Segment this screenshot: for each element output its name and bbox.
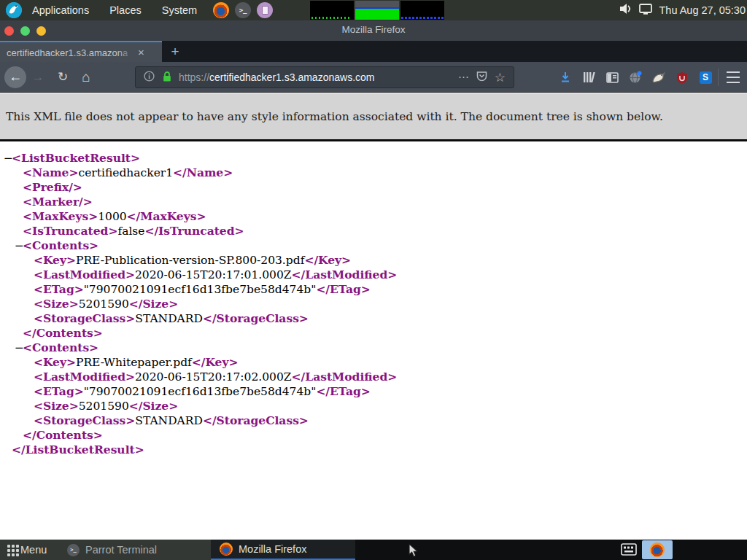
xml-tag: </ListBucketResult>: [12, 443, 144, 456]
xml-text: false: [117, 225, 144, 238]
xml-tag: <LastModified>: [34, 268, 135, 281]
desktop: Applications Places System >_: [0, 0, 747, 560]
xml-line: <Name>certifiedhacker1</Name>: [0, 166, 747, 180]
xml-tag: </Contents>: [23, 428, 103, 442]
tab-title: certifiedhacker1.s3.amazona: [7, 47, 128, 58]
taskbar-window-label: Parrot Terminal: [85, 544, 157, 556]
xml-tag: <Marker/>: [23, 195, 93, 209]
xml-line: <LastModified>2020-06-15T20:17:01.000Z</…: [0, 268, 747, 282]
terminal-launcher-icon[interactable]: >_: [235, 2, 251, 18]
firefox-launcher-icon[interactable]: [213, 2, 229, 18]
url-host: certifiedhacker1.s3.amazonaws.com: [209, 71, 374, 83]
taskbar-menu-button[interactable]: Menu: [6, 540, 47, 560]
app-menu-icon[interactable]: [727, 71, 740, 83]
xml-tag: <Key>: [34, 355, 76, 369]
network-graph-icon[interactable]: [400, 1, 444, 20]
page-actions-icon[interactable]: ⋯: [458, 71, 469, 84]
xml-text: 2020-06-15T20:17:01.000Z: [135, 268, 292, 281]
volume-icon[interactable]: [619, 3, 632, 18]
xml-text: PRE-Whitepaper.pdf: [76, 356, 192, 369]
menu-system[interactable]: System: [162, 4, 197, 16]
panel-status-area: Thu Aug 27, 05:30: [619, 3, 747, 18]
xml-line: <Prefix/>: [0, 180, 747, 195]
system-monitor-applet[interactable]: [310, 1, 444, 20]
firefox-icon: [220, 542, 233, 556]
url-bar[interactable]: https://certifiedhacker1.s3.amazonaws.co…: [135, 66, 514, 88]
xml-line: <ETag>"79070021091ecf16d13fbe7be58d474b"…: [0, 282, 747, 297]
extension-globe-icon[interactable]: [627, 70, 643, 85]
cpu-graph-icon[interactable]: [310, 1, 354, 20]
collapse-icon[interactable]: −: [15, 238, 23, 253]
xml-tag: </Key>: [304, 253, 351, 267]
library-icon[interactable]: [581, 70, 597, 85]
xml-tag: </MaxKeys>: [127, 209, 206, 223]
documents-launcher-icon[interactable]: [257, 2, 273, 18]
keyboard-indicator-icon[interactable]: [621, 542, 637, 559]
collapse-icon[interactable]: −: [4, 151, 12, 166]
xml-tag: </StorageClass>: [203, 311, 309, 325]
xml-line: <Key>PRE-Whitepaper.pdf</Key>: [0, 355, 747, 370]
new-tab-button[interactable]: +: [166, 43, 184, 61]
xml-document-tree: −<ListBucketResult><Name>certifiedhacker…: [0, 141, 747, 457]
mouse-cursor: [409, 543, 419, 560]
extension-s-icon[interactable]: S: [697, 70, 713, 85]
xml-tag: </Name>: [173, 166, 233, 179]
display-icon[interactable]: [639, 4, 652, 18]
pocket-icon[interactable]: [476, 71, 487, 84]
clock[interactable]: Thu Aug 27, 05:30: [659, 4, 746, 16]
firefox-tray-icon[interactable]: [642, 540, 673, 559]
reload-button[interactable]: ↻: [54, 69, 71, 85]
home-button[interactable]: ⌂: [77, 69, 95, 85]
page-info-icon[interactable]: [144, 71, 155, 84]
xml-tag: <ETag>: [34, 384, 84, 398]
tab-close-icon[interactable]: ×: [138, 47, 144, 58]
xml-line: </ListBucketResult>: [0, 443, 747, 457]
firefox-icon: [650, 542, 665, 557]
extension-bird-icon[interactable]: [651, 70, 667, 85]
xml-tag: </ETag>: [316, 384, 370, 398]
xml-line: <Marker/>: [0, 195, 747, 209]
xml-tag: </Size>: [129, 297, 178, 311]
desktop-top-panel: Applications Places System >_: [0, 0, 747, 20]
url-text[interactable]: https://certifiedhacker1.s3.amazonaws.co…: [179, 71, 454, 83]
parrot-os-logo-icon[interactable]: [6, 2, 22, 18]
xml-tag: </LastModified>: [292, 268, 398, 281]
xml-text: certifiedhacker1: [78, 166, 173, 179]
bookmark-star-icon[interactable]: ☆: [495, 70, 506, 85]
forward-button[interactable]: →: [29, 69, 47, 85]
tab-certifiedhacker1[interactable]: certifiedhacker1.s3.amazona ×: [0, 41, 162, 62]
s-badge: S: [700, 71, 712, 84]
back-button[interactable]: ←: [4, 66, 26, 88]
taskbar-window-label: Mozilla Firefox: [239, 543, 306, 555]
ublock-origin-icon[interactable]: [674, 70, 690, 85]
xml-line: </Contents>: [0, 326, 747, 341]
xml-style-notice: This XML file does not appear to have an…: [0, 93, 747, 141]
sidebar-toggle-icon[interactable]: [604, 70, 620, 85]
xml-text: "79070021091ecf16d13fbe7be58d474b": [84, 283, 317, 296]
collapse-icon[interactable]: −: [15, 341, 23, 355]
xml-tag: <Prefix/>: [23, 180, 82, 194]
xml-tag: <Contents>: [23, 238, 98, 252]
xml-tag: </IsTruncated>: [144, 224, 244, 238]
terminal-icon: >_: [67, 544, 80, 556]
download-icon[interactable]: [557, 70, 573, 85]
menu-places[interactable]: Places: [109, 4, 142, 16]
browser-viewport: This XML file does not appear to have an…: [0, 93, 747, 540]
xml-tag: <Size>: [34, 399, 79, 413]
xml-text: 5201590: [79, 400, 129, 413]
xml-line: <ETag>"79070021091ecf16d13fbe7be58d474b"…: [0, 384, 747, 399]
xml-line: <MaxKeys>1000</MaxKeys>: [0, 209, 747, 224]
https-lock-icon[interactable]: [162, 71, 172, 85]
taskbar-window-mozilla-firefox[interactable]: Mozilla Firefox: [211, 540, 355, 560]
window-title: Mozilla Firefox: [0, 24, 747, 35]
xml-tag: <IsTruncated>: [23, 224, 117, 238]
xml-tag: <Contents>: [23, 341, 98, 354]
memory-graph-icon[interactable]: [355, 1, 399, 20]
xml-line: <Key>PRE-Publication-version-SP.800-203.…: [0, 253, 747, 268]
xml-tag: </Size>: [129, 399, 178, 413]
xml-tag: <Size>: [34, 297, 79, 311]
taskbar-window-parrot-terminal[interactable]: >_ Parrot Terminal: [67, 540, 157, 560]
menu-applications[interactable]: Applications: [32, 4, 89, 16]
xml-tag: <ListBucketResult>: [12, 151, 140, 165]
xml-line: −<Contents>: [0, 341, 747, 355]
